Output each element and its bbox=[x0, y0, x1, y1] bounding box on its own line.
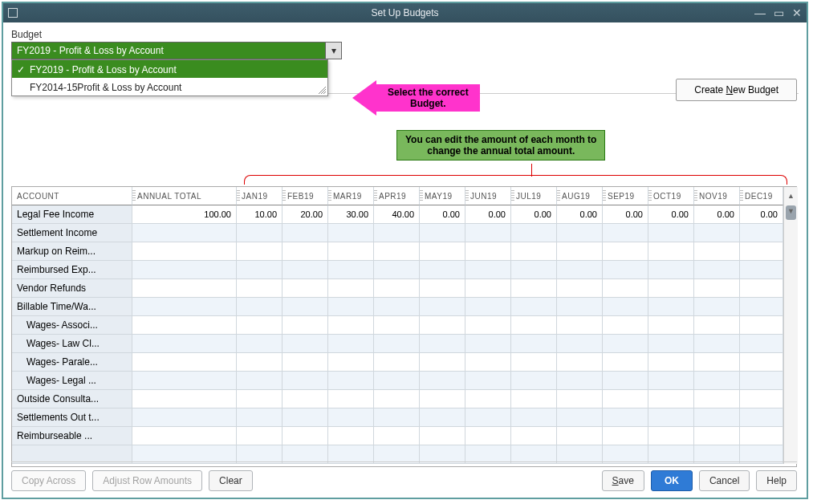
account-cell[interactable]: Reimbursed Exp... bbox=[12, 261, 132, 279]
month-cell[interactable] bbox=[694, 316, 740, 335]
month-cell[interactable] bbox=[557, 279, 603, 298]
month-cell[interactable] bbox=[557, 390, 603, 408]
month-cell[interactable] bbox=[374, 261, 420, 279]
month-cell[interactable] bbox=[328, 224, 374, 242]
month-cell[interactable] bbox=[328, 335, 374, 353]
month-cell[interactable] bbox=[603, 353, 648, 372]
month-cell[interactable] bbox=[511, 427, 557, 445]
month-cell[interactable] bbox=[237, 408, 283, 427]
column-header[interactable]: ACCOUNT bbox=[12, 187, 132, 205]
month-cell[interactable] bbox=[328, 427, 374, 445]
column-header[interactable]: ANNUAL TOTAL bbox=[132, 187, 237, 205]
maximize-icon[interactable]: ▭ bbox=[774, 6, 784, 19]
month-cell[interactable] bbox=[465, 279, 511, 298]
resize-grip-icon[interactable] bbox=[318, 86, 326, 94]
month-cell[interactable] bbox=[603, 261, 648, 279]
month-cell[interactable] bbox=[374, 353, 420, 372]
month-cell[interactable] bbox=[603, 242, 648, 261]
cancel-button[interactable]: Cancel bbox=[699, 470, 750, 491]
month-cell[interactable] bbox=[237, 279, 283, 298]
month-cell[interactable] bbox=[557, 316, 603, 335]
account-cell[interactable]: Reimburseable ... bbox=[12, 427, 132, 445]
month-cell[interactable] bbox=[511, 408, 557, 427]
budget-dropdown[interactable]: FY2019 - Profit & Loss by Account ▾ FY20… bbox=[11, 42, 342, 59]
month-cell[interactable] bbox=[603, 298, 648, 316]
column-header[interactable]: JUN19 bbox=[465, 187, 511, 205]
system-menu-icon[interactable] bbox=[8, 8, 18, 18]
month-cell[interactable] bbox=[465, 390, 511, 408]
month-cell[interactable] bbox=[283, 298, 328, 316]
account-cell[interactable]: Billable Time/Wa... bbox=[12, 298, 132, 316]
month-cell[interactable] bbox=[740, 298, 783, 316]
account-cell[interactable]: Vendor Refunds bbox=[12, 279, 132, 298]
month-cell[interactable] bbox=[374, 224, 420, 242]
month-cell[interactable] bbox=[465, 224, 511, 242]
month-cell[interactable] bbox=[648, 298, 694, 316]
month-cell[interactable] bbox=[465, 261, 511, 279]
month-cell[interactable] bbox=[511, 298, 557, 316]
month-cell[interactable] bbox=[374, 408, 420, 427]
month-cell[interactable] bbox=[465, 335, 511, 353]
column-header[interactable]: SEP19 bbox=[603, 187, 648, 205]
month-cell[interactable] bbox=[740, 390, 783, 408]
month-cell[interactable] bbox=[603, 279, 648, 298]
month-cell[interactable] bbox=[283, 372, 328, 390]
month-cell[interactable] bbox=[237, 316, 283, 335]
month-cell[interactable] bbox=[283, 427, 328, 445]
month-cell[interactable]: 40.00 bbox=[374, 205, 420, 224]
month-cell[interactable] bbox=[740, 353, 783, 372]
month-cell[interactable] bbox=[283, 224, 328, 242]
month-cell[interactable] bbox=[694, 298, 740, 316]
column-header[interactable]: AUG19 bbox=[557, 187, 603, 205]
month-cell[interactable] bbox=[557, 298, 603, 316]
month-cell[interactable] bbox=[511, 372, 557, 390]
month-cell[interactable] bbox=[740, 261, 783, 279]
month-cell[interactable] bbox=[465, 408, 511, 427]
annual-total-cell[interactable] bbox=[132, 408, 237, 427]
month-cell[interactable] bbox=[511, 279, 557, 298]
budget-option-fy2014[interactable]: FY2014-15Profit & Loss by Account bbox=[12, 78, 327, 96]
month-cell[interactable] bbox=[420, 335, 465, 353]
account-cell[interactable]: Wages- Parale... bbox=[12, 353, 132, 372]
month-cell[interactable] bbox=[465, 298, 511, 316]
month-cell[interactable] bbox=[237, 298, 283, 316]
annual-total-cell[interactable] bbox=[132, 353, 237, 372]
month-cell[interactable] bbox=[465, 427, 511, 445]
month-cell[interactable] bbox=[511, 316, 557, 335]
month-cell[interactable]: 0.00 bbox=[603, 205, 648, 224]
month-cell[interactable] bbox=[420, 242, 465, 261]
close-icon[interactable]: ✕ bbox=[792, 6, 802, 19]
month-cell[interactable] bbox=[648, 408, 694, 427]
month-cell[interactable] bbox=[237, 390, 283, 408]
annual-total-cell[interactable] bbox=[132, 242, 237, 261]
month-cell[interactable] bbox=[603, 408, 648, 427]
month-cell[interactable]: 0.00 bbox=[648, 205, 694, 224]
column-header[interactable]: DEC19 bbox=[740, 187, 783, 205]
month-cell[interactable] bbox=[603, 427, 648, 445]
month-cell[interactable] bbox=[511, 390, 557, 408]
month-cell[interactable] bbox=[328, 353, 374, 372]
annual-total-cell[interactable] bbox=[132, 335, 237, 353]
month-cell[interactable] bbox=[603, 224, 648, 242]
annual-total-cell[interactable] bbox=[132, 224, 237, 242]
adjust-row-amounts-button[interactable]: Adjust Row Amounts bbox=[92, 470, 202, 491]
month-cell[interactable] bbox=[740, 372, 783, 390]
month-cell[interactable] bbox=[740, 408, 783, 427]
month-cell[interactable]: 0.00 bbox=[740, 205, 783, 224]
month-cell[interactable] bbox=[740, 335, 783, 353]
annual-total-cell[interactable]: 100.00 bbox=[132, 205, 237, 224]
month-cell[interactable] bbox=[740, 427, 783, 445]
month-cell[interactable] bbox=[283, 279, 328, 298]
account-cell[interactable]: Legal Fee Income bbox=[12, 205, 132, 224]
column-header[interactable]: APR19 bbox=[374, 187, 420, 205]
month-cell[interactable] bbox=[374, 316, 420, 335]
month-cell[interactable] bbox=[420, 279, 465, 298]
month-cell[interactable] bbox=[648, 427, 694, 445]
budget-option-fy2019[interactable]: FY2019 - Profit & Loss by Account bbox=[12, 60, 327, 78]
column-header[interactable]: MAY19 bbox=[420, 187, 465, 205]
help-button[interactable]: Help bbox=[756, 470, 797, 491]
month-cell[interactable] bbox=[420, 224, 465, 242]
month-cell[interactable] bbox=[557, 427, 603, 445]
month-cell[interactable] bbox=[511, 224, 557, 242]
month-cell[interactable] bbox=[328, 242, 374, 261]
